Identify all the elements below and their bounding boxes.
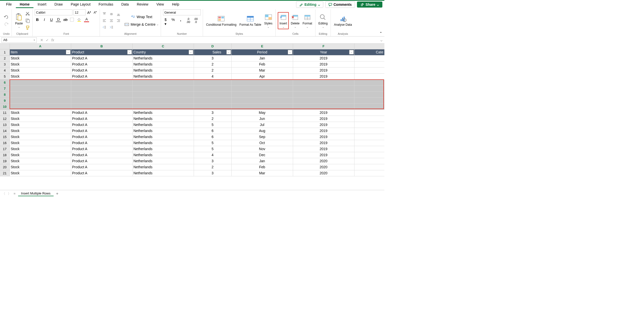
italic-button[interactable]: I xyxy=(42,17,47,22)
cell[interactable]: 2019 xyxy=(293,55,354,61)
cell[interactable] xyxy=(71,104,132,110)
cell[interactable]: 2 xyxy=(194,67,231,73)
cell[interactable] xyxy=(354,67,384,73)
cell[interactable]: Netherlands xyxy=(132,67,194,73)
cell[interactable]: Netherlands xyxy=(132,164,194,170)
cell[interactable]: 2 xyxy=(194,116,231,122)
row-header[interactable]: 5 xyxy=(0,73,10,79)
cell[interactable]: Product A xyxy=(71,152,132,158)
row-header[interactable]: 3 xyxy=(0,61,10,67)
cell[interactable]: Product A xyxy=(71,140,132,146)
cell[interactable]: Feb xyxy=(231,164,293,170)
cell[interactable] xyxy=(354,91,384,97)
align-middle-button[interactable] xyxy=(109,12,114,17)
add-sheet-button[interactable]: + xyxy=(56,191,58,196)
cell[interactable]: Netherlands xyxy=(132,170,194,176)
cell[interactable]: Aug xyxy=(231,128,293,134)
align-center-button[interactable] xyxy=(109,18,114,23)
cell[interactable]: 3 xyxy=(194,110,231,116)
cell[interactable]: Product A xyxy=(71,170,132,176)
cell[interactable]: 2019 xyxy=(293,67,354,73)
cell[interactable]: Stock xyxy=(10,152,71,158)
select-all-cell[interactable] xyxy=(0,44,10,49)
row-header[interactable]: 7 xyxy=(0,85,10,91)
cell[interactable] xyxy=(194,91,231,97)
cell[interactable]: Netherlands xyxy=(132,73,194,79)
table-column-header[interactable]: Product⌵ xyxy=(71,49,132,55)
cell[interactable]: 2020 xyxy=(293,164,354,170)
cell[interactable] xyxy=(354,134,384,140)
borders-button[interactable] xyxy=(70,18,75,22)
cell[interactable]: Product A xyxy=(71,55,132,61)
menu-help[interactable]: Help xyxy=(168,1,183,8)
cell[interactable] xyxy=(354,55,384,61)
format-cells-button[interactable]: Format ⌵ xyxy=(302,13,313,29)
table-column-header[interactable]: Cate xyxy=(354,49,384,55)
merge-center-button[interactable]: Merge & Centre ⌵ xyxy=(124,22,159,27)
cell[interactable]: Stock xyxy=(10,128,71,134)
cell[interactable]: May xyxy=(231,110,293,116)
cell[interactable] xyxy=(354,97,384,104)
cell[interactable]: Mar xyxy=(231,170,293,176)
cell[interactable] xyxy=(354,152,384,158)
cell[interactable] xyxy=(194,97,231,104)
cell[interactable] xyxy=(293,97,354,104)
cell[interactable]: Stock xyxy=(10,134,71,140)
number-format-select[interactable] xyxy=(163,9,201,15)
cell[interactable]: Netherlands xyxy=(132,134,194,140)
table-column-header[interactable]: Country⌵ xyxy=(132,49,194,55)
expand-formula-bar-button[interactable]: ⌵ xyxy=(378,38,384,42)
cell[interactable] xyxy=(231,91,293,97)
cancel-formula-button[interactable]: ✕ xyxy=(40,38,43,42)
cell[interactable] xyxy=(10,79,71,85)
cell[interactable] xyxy=(354,116,384,122)
cell[interactable] xyxy=(194,85,231,91)
cell[interactable]: Apr xyxy=(231,73,293,79)
cell[interactable]: Product A xyxy=(71,61,132,67)
row-header[interactable]: 18 xyxy=(0,152,10,158)
cell[interactable]: Netherlands xyxy=(132,152,194,158)
editing-group-button[interactable]: Editing ⌵ xyxy=(317,13,329,29)
cell[interactable] xyxy=(10,104,71,110)
menu-review[interactable]: Review xyxy=(133,1,152,8)
row-header[interactable]: 19 xyxy=(0,158,10,164)
cell[interactable]: Netherlands xyxy=(132,128,194,134)
menu-draw[interactable]: Draw xyxy=(50,1,67,8)
row-header[interactable]: 8 xyxy=(0,91,10,97)
cell[interactable] xyxy=(10,85,71,91)
insert-cells-button[interactable]: Insert ⌵ xyxy=(278,12,289,29)
cell[interactable]: Jan xyxy=(231,158,293,164)
cell[interactable] xyxy=(354,128,384,134)
menu-insert[interactable]: Insert xyxy=(33,1,50,8)
copy-button[interactable] xyxy=(25,18,30,23)
increase-indent-button[interactable] xyxy=(109,25,114,30)
row-header[interactable]: 20 xyxy=(0,164,10,170)
filter-button[interactable]: ⌵ xyxy=(349,50,354,54)
cell[interactable] xyxy=(231,85,293,91)
cell[interactable] xyxy=(293,104,354,110)
cell[interactable]: Stock xyxy=(10,116,71,122)
font-size-select[interactable] xyxy=(73,9,86,15)
filter-button[interactable]: ⌵ xyxy=(189,50,193,54)
share-button[interactable]: Share ⌵ xyxy=(357,2,382,8)
name-box[interactable]: A6 ▾ xyxy=(2,37,37,43)
cell[interactable]: 4 xyxy=(194,73,231,79)
cell[interactable]: 2019 xyxy=(293,61,354,67)
wrap-text-button[interactable]: ab Wrap Text xyxy=(124,14,159,19)
cell[interactable] xyxy=(293,79,354,85)
cell[interactable] xyxy=(71,79,132,85)
decrease-decimal-button[interactable]: .00.0 xyxy=(193,17,198,26)
cut-button[interactable] xyxy=(25,11,30,16)
cell[interactable]: Product A xyxy=(71,110,132,116)
cell[interactable]: 2020 xyxy=(293,170,354,176)
comments-button[interactable]: Comments xyxy=(325,1,355,8)
cell[interactable]: 3 xyxy=(194,170,231,176)
row-header[interactable]: 4 xyxy=(0,67,10,73)
cell[interactable] xyxy=(354,158,384,164)
cell[interactable] xyxy=(132,85,194,91)
cell[interactable]: 6 xyxy=(194,134,231,140)
redo-button[interactable] xyxy=(3,22,9,27)
cell[interactable] xyxy=(354,104,384,110)
double-underline-button[interactable]: D xyxy=(56,17,61,22)
bold-button[interactable]: B xyxy=(35,17,40,22)
